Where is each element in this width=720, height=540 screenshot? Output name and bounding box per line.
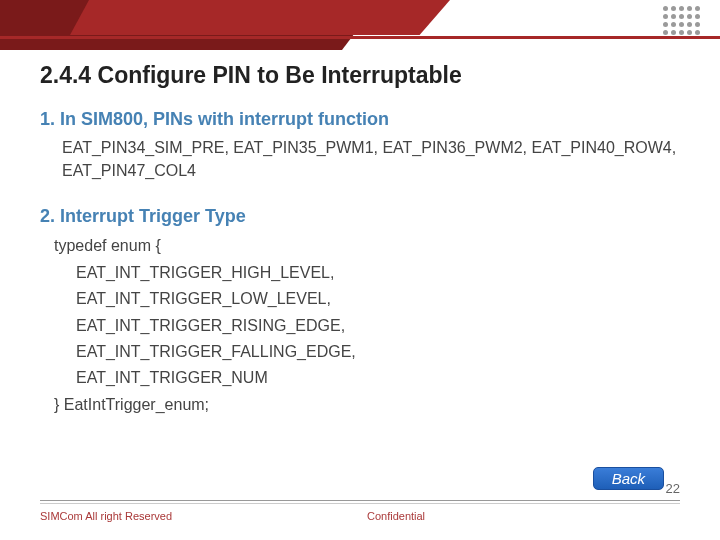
code-line: EAT_INT_TRIGGER_FALLING_EDGE, bbox=[76, 339, 680, 365]
footer: 22 SIMCom All right Reserved Confidentia… bbox=[40, 500, 680, 540]
back-button[interactable]: Back bbox=[593, 467, 664, 490]
section2-heading: 2. Interrupt Trigger Type bbox=[40, 206, 680, 227]
code-line: EAT_INT_TRIGGER_NUM bbox=[76, 365, 680, 391]
footer-left: SIMCom All right Reserved bbox=[40, 510, 172, 522]
code-line: EAT_INT_TRIGGER_HIGH_LEVEL, bbox=[76, 260, 680, 286]
slide-title: 2.4.4 Configure PIN to Be Interruptable bbox=[40, 62, 680, 89]
code-line: EAT_INT_TRIGGER_RISING_EDGE, bbox=[76, 313, 680, 339]
header-decoration bbox=[0, 0, 720, 50]
footer-center: Confidential bbox=[367, 510, 425, 522]
code-line: EAT_INT_TRIGGER_LOW_LEVEL, bbox=[76, 286, 680, 312]
code-close: } EatIntTrigger_enum; bbox=[54, 392, 680, 418]
dot-grid-icon bbox=[663, 6, 700, 35]
code-open: typedef enum { bbox=[54, 233, 680, 259]
section1-heading: 1. In SIM800, PINs with interrupt functi… bbox=[40, 109, 680, 130]
page-number: 22 bbox=[666, 481, 680, 496]
slide-content: 2.4.4 Configure PIN to Be Interruptable … bbox=[40, 62, 680, 418]
section1-body: EAT_PIN34_SIM_PRE, EAT_PIN35_PWM1, EAT_P… bbox=[62, 136, 680, 182]
code-block: typedef enum { EAT_INT_TRIGGER_HIGH_LEVE… bbox=[54, 233, 680, 418]
